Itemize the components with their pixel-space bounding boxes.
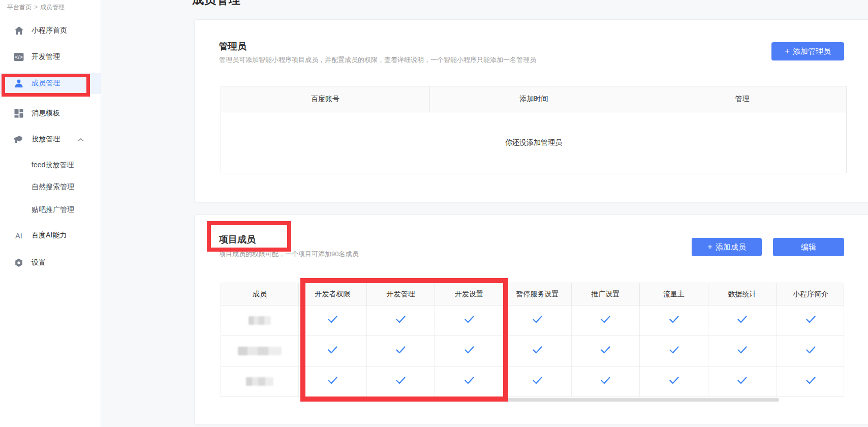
permission-cell xyxy=(776,336,845,366)
sidebar-item-promotion[interactable]: 投放管理 xyxy=(0,129,101,150)
members-card-title: 项目成员 xyxy=(219,233,256,246)
sidebar-item-home[interactable]: 小程序首页 xyxy=(0,20,101,41)
check-icon xyxy=(328,377,337,386)
table-row xyxy=(221,336,844,367)
check-icon xyxy=(737,346,747,356)
admin-card-title: 管理员 xyxy=(219,40,246,52)
admin-table-header: 百度账号添加时间管理 xyxy=(221,86,847,112)
admin-table-column-header: 管理 xyxy=(638,86,846,112)
sidebar: 平台首页>成员管理 小程序首页</>开发管理成员管理消息模板投放管理feed投放… xyxy=(0,0,101,427)
horizontal-scrollbar-thumb[interactable] xyxy=(458,398,779,402)
check-icon xyxy=(396,346,406,356)
megaphone-icon xyxy=(13,134,24,145)
add-admin-button[interactable]: + 添加管理员 xyxy=(771,42,844,60)
check-icon xyxy=(328,316,337,325)
redacted-member-name xyxy=(238,347,282,355)
permission-cell xyxy=(708,336,776,366)
sidebar-item-settings[interactable]: 设置 xyxy=(0,252,101,273)
breadcrumb: 平台首页>成员管理 xyxy=(7,0,65,14)
add-member-button-label: 添加成员 xyxy=(716,242,746,252)
sidebar-item-baidu-ai[interactable]: AI百度AI能力 xyxy=(0,225,101,246)
check-icon xyxy=(464,377,474,386)
sidebar-item-tieba-promotion[interactable]: 贴吧推广管理 xyxy=(0,199,101,221)
template-icon xyxy=(13,108,24,119)
sidebar-item-feed-promotion[interactable]: feed投放管理 xyxy=(0,155,101,176)
permission-cell xyxy=(571,336,639,366)
members-table-column-header: 暂停服务设置 xyxy=(503,283,571,305)
permission-cell xyxy=(503,336,571,366)
home-icon xyxy=(13,25,24,36)
svg-text:AI: AI xyxy=(15,232,22,240)
permission-cell xyxy=(708,367,776,396)
members-table-column-header: 数据统计 xyxy=(708,283,776,305)
sidebar-item-label: 设置 xyxy=(32,258,46,267)
check-icon xyxy=(601,346,610,356)
breadcrumb-member-management: 成员管理 xyxy=(40,4,65,11)
members-table-column-header: 小程序简介 xyxy=(776,283,845,305)
check-icon xyxy=(533,377,542,386)
sidebar-item-label: 成员管理 xyxy=(32,79,60,88)
members-table-column-header: 开发设置 xyxy=(435,283,503,305)
permission-cell xyxy=(776,367,845,396)
member-icon xyxy=(13,78,24,89)
permission-cell xyxy=(298,306,366,336)
check-icon xyxy=(806,377,816,386)
permission-cell xyxy=(571,367,639,396)
sidebar-item-label: 贴吧推广管理 xyxy=(32,205,74,215)
code-icon: </> xyxy=(13,51,24,63)
check-icon xyxy=(396,316,406,325)
sidebar-item-search-promotion[interactable]: 自然搜索管理 xyxy=(0,176,101,198)
edit-button[interactable]: 编辑 xyxy=(773,238,844,256)
redacted-member-name xyxy=(246,377,273,386)
sidebar-item-label: 消息模板 xyxy=(32,109,60,118)
sidebar-item-label: 小程序首页 xyxy=(32,26,67,35)
breadcrumb-bar: 平台首页>成员管理 xyxy=(0,0,101,15)
admin-table-column-header: 百度账号 xyxy=(221,86,429,112)
breadcrumb-separator: > xyxy=(34,4,38,11)
members-table-column-header: 流量主 xyxy=(639,283,708,305)
admin-table: 百度账号添加时间管理 你还没添加管理员 xyxy=(221,86,847,173)
sidebar-item-message-template[interactable]: 消息模板 xyxy=(0,103,101,124)
gear-icon xyxy=(13,257,24,268)
breadcrumb-platform-home[interactable]: 平台首页 xyxy=(7,4,32,11)
table-row xyxy=(221,367,844,397)
permission-cell xyxy=(298,336,366,366)
permission-cell xyxy=(639,367,708,396)
admin-table-column-header: 添加时间 xyxy=(429,86,638,112)
sidebar-item-label: 开发管理 xyxy=(32,52,60,62)
members-card-description: 项目成员的权限可配，一个项目可添加90名成员 xyxy=(219,250,358,259)
check-icon xyxy=(737,377,747,386)
check-icon xyxy=(669,377,679,386)
permission-cell xyxy=(639,336,708,366)
permission-cell xyxy=(503,367,571,396)
check-icon xyxy=(601,316,610,325)
permission-cell xyxy=(435,367,503,396)
permission-cell xyxy=(639,306,708,336)
members-table: 成员开发者权限开发管理开发设置暂停服务设置推广设置流量主数据统计小程序简介 xyxy=(221,283,844,397)
permission-cell xyxy=(435,336,503,366)
check-icon xyxy=(806,346,816,356)
page-title: 成员管理 xyxy=(192,0,241,8)
chevron-up-icon[interactable] xyxy=(78,135,84,143)
sidebar-item-member-management[interactable]: 成员管理 xyxy=(0,73,101,94)
admin-card: 管理员 管理员可添加智能小程序项目成员，并配置成员的权限，查看详细说明，一个智能… xyxy=(194,19,868,202)
plus-icon: + xyxy=(707,242,712,252)
sidebar-item-label: 自然搜索管理 xyxy=(32,182,74,192)
svg-text:</>: </> xyxy=(15,54,23,60)
add-member-button[interactable]: + 添加成员 xyxy=(692,238,762,256)
edit-button-label: 编辑 xyxy=(801,242,816,252)
members-table-column-header: 推广设置 xyxy=(571,283,639,305)
check-icon xyxy=(464,346,474,356)
table-row xyxy=(221,306,844,336)
project-members-card: 项目成员 项目成员的权限可配，一个项目可添加90名成员 + 添加成员 编辑 成员… xyxy=(194,215,868,425)
admin-table-empty-state: 你还没添加管理员 xyxy=(221,112,847,173)
check-icon xyxy=(328,346,337,356)
sidebar-item-dev-management[interactable]: </>开发管理 xyxy=(0,46,101,68)
redacted-member-name xyxy=(249,316,271,325)
permission-cell xyxy=(503,306,571,336)
check-icon xyxy=(669,316,679,325)
ai-icon: AI xyxy=(13,230,24,241)
sidebar-item-label: 投放管理 xyxy=(32,135,60,144)
plus-icon: + xyxy=(785,46,790,56)
members-table-column-header: 开发者权限 xyxy=(298,283,366,305)
